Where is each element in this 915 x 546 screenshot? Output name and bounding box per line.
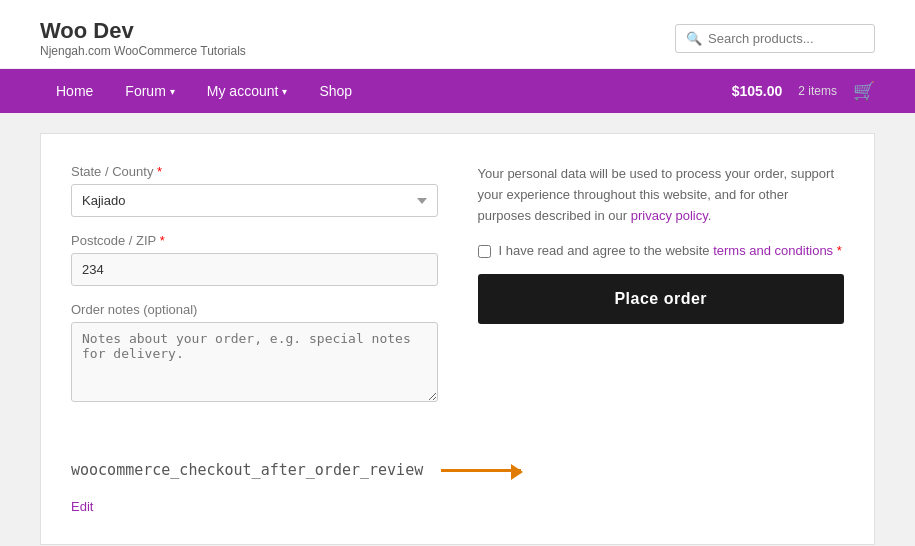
terms-required: * — [837, 243, 842, 258]
arrow-wrapper — [435, 469, 521, 472]
order-notes-group: Order notes (optional) — [71, 302, 438, 405]
search-box[interactable]: 🔍 — [675, 24, 875, 53]
left-col: State / County * Kajiado Postcode / ZIP … — [71, 164, 438, 421]
hook-section: woocommerce_checkout_after_order_review — [71, 445, 844, 479]
main-nav: Home Forum ▾ My account ▾ Shop $105.00 2… — [0, 69, 915, 113]
nav-item-forum[interactable]: Forum ▾ — [109, 69, 190, 113]
nav-left: Home Forum ▾ My account ▾ Shop — [40, 69, 368, 113]
search-input[interactable] — [708, 31, 864, 46]
chevron-down-icon: ▾ — [170, 86, 175, 97]
terms-checkbox-row: I have read and agree to the website ter… — [478, 243, 845, 258]
postcode-group: Postcode / ZIP * — [71, 233, 438, 286]
terms-checkbox[interactable] — [478, 245, 491, 258]
cart-price: $105.00 — [732, 83, 783, 99]
site-header: Woo Dev Njengah.com WooCommerce Tutorial… — [0, 0, 915, 69]
site-title: Woo Dev — [40, 18, 246, 44]
nav-right: $105.00 2 items 🛒 — [732, 80, 875, 102]
arrow-right-icon — [441, 469, 521, 472]
cart-icon[interactable]: 🛒 — [853, 80, 875, 102]
page-wrapper: State / County * Kajiado Postcode / ZIP … — [40, 133, 875, 545]
nav-item-my-account[interactable]: My account ▾ — [191, 69, 304, 113]
order-notes-textarea[interactable] — [71, 322, 438, 402]
nav-item-home[interactable]: Home — [40, 69, 109, 113]
postcode-input[interactable] — [71, 253, 438, 286]
terms-link[interactable]: terms and conditions — [713, 243, 833, 258]
order-notes-label: Order notes (optional) — [71, 302, 438, 317]
state-select[interactable]: Kajiado — [71, 184, 438, 217]
required-asterisk2: * — [160, 233, 165, 248]
checkout-layout: State / County * Kajiado Postcode / ZIP … — [71, 164, 844, 421]
privacy-text: Your personal data will be used to proce… — [478, 164, 845, 226]
postcode-label: Postcode / ZIP * — [71, 233, 438, 248]
chevron-down-icon: ▾ — [282, 86, 287, 97]
search-icon: 🔍 — [686, 31, 702, 46]
privacy-policy-link[interactable]: privacy policy — [631, 208, 708, 223]
site-subtitle: Njengah.com WooCommerce Tutorials — [40, 44, 246, 58]
hook-label: woocommerce_checkout_after_order_review — [71, 461, 844, 479]
site-branding: Woo Dev Njengah.com WooCommerce Tutorial… — [40, 18, 246, 58]
state-label: State / County * — [71, 164, 438, 179]
required-asterisk: * — [157, 164, 162, 179]
state-group: State / County * Kajiado — [71, 164, 438, 217]
nav-item-shop[interactable]: Shop — [303, 69, 368, 113]
edit-link[interactable]: Edit — [71, 499, 93, 514]
place-order-button[interactable]: Place order — [478, 274, 845, 324]
cart-count: 2 items — [798, 84, 837, 98]
right-col: Your personal data will be used to proce… — [478, 164, 845, 323]
